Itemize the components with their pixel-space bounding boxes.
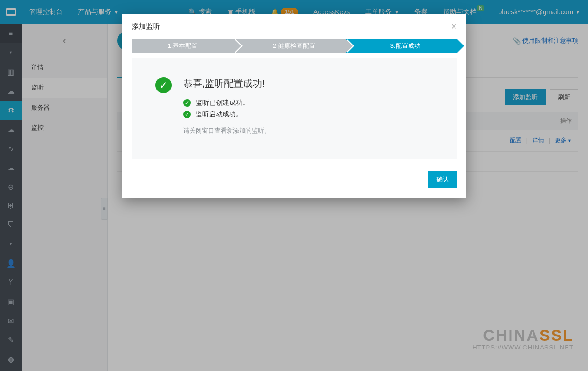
modal-header: 添加监听 × (122, 14, 466, 39)
confirm-label: 确认 (436, 176, 449, 183)
success-line: ✓监听启动成功。 (183, 110, 270, 119)
step-2: 2.健康检查配置 (234, 39, 345, 53)
modal-mask[interactable]: 添加监听 × 1.基本配置 2.健康检查配置 3.配置成功 ✓ 恭喜,监听配置成… (0, 0, 588, 371)
step-label: 2.健康检查配置 (273, 42, 315, 49)
success-line-text: 监听启动成功。 (196, 110, 243, 119)
success-check-icon: ✓ (155, 77, 172, 93)
success-hint: 请关闭窗口查看新添加的监听。 (183, 126, 270, 135)
modal-body: ✓ 恭喜,监听配置成功! ✓监听已创建成功。 ✓监听启动成功。 请关闭窗口查看新… (132, 58, 457, 159)
step-1: 1.基本配置 (132, 39, 234, 53)
check-icon: ✓ (183, 99, 191, 107)
modal-footer: 确认 (122, 164, 466, 198)
success-line: ✓监听已创建成功。 (183, 99, 270, 107)
step-bar: 1.基本配置 2.健康检查配置 3.配置成功 (122, 39, 466, 58)
close-icon[interactable]: × (451, 21, 457, 32)
success-line-text: 监听已创建成功。 (196, 99, 249, 107)
confirm-button[interactable]: 确认 (428, 171, 457, 188)
step-3: 3.配置成功 (345, 39, 457, 53)
step-label: 1.基本配置 (167, 42, 198, 49)
modal-title: 添加监听 (132, 22, 160, 31)
step-label: 3.配置成功 (390, 42, 421, 49)
check-icon: ✓ (183, 111, 191, 118)
success-title: 恭喜,监听配置成功! (183, 77, 270, 90)
add-listener-modal: 添加监听 × 1.基本配置 2.健康检查配置 3.配置成功 ✓ 恭喜,监听配置成… (122, 14, 466, 198)
